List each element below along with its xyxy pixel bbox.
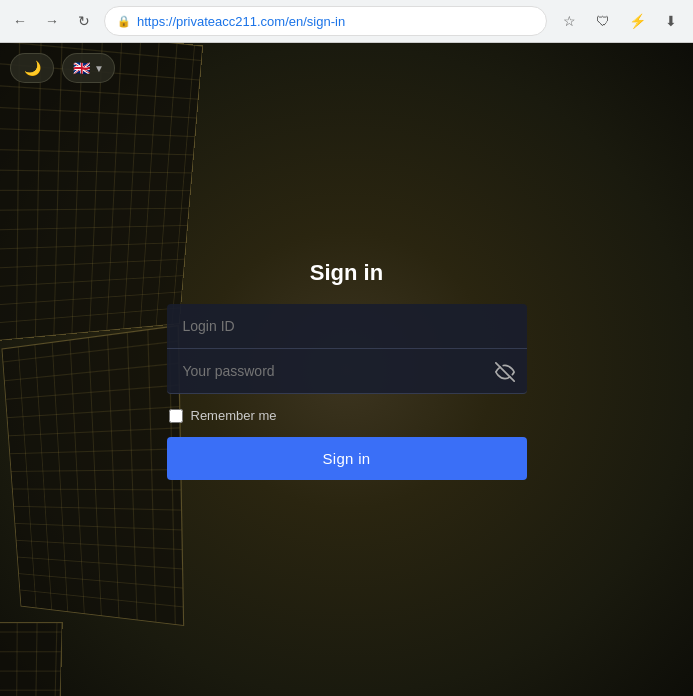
signin-title: Sign in	[310, 260, 383, 286]
signin-form: Remember me Sign in	[167, 304, 527, 480]
refresh-button[interactable]: ↻	[72, 9, 96, 33]
url-text: https://privateacc211.com/en/sign-in	[137, 14, 534, 29]
chevron-down-icon: ▼	[94, 63, 104, 74]
language-selector[interactable]: 🇬🇧 ▼	[62, 53, 115, 83]
building-top-right	[2, 325, 185, 626]
back-button[interactable]: ←	[8, 9, 32, 33]
browser-toolbar: ← → ↻ 🔒 https://privateacc211.com/en/sig…	[0, 0, 693, 42]
moon-icon: 🌙	[24, 60, 41, 76]
eye-slash-icon	[495, 362, 515, 382]
flag-icon: 🇬🇧	[73, 60, 90, 76]
bookmark-button[interactable]: ☆	[555, 7, 583, 35]
remember-me-row: Remember me	[167, 408, 527, 423]
page-content: 🌙 🇬🇧 ▼ Sign in	[0, 43, 693, 696]
lock-icon: 🔒	[117, 15, 131, 28]
signin-button[interactable]: Sign in	[167, 437, 527, 480]
browser-toolbar-icons: ☆ 🛡 ⚡ ⬇	[555, 7, 685, 35]
password-wrapper	[167, 349, 527, 394]
building-top-center	[0, 622, 63, 696]
forward-button[interactable]: →	[40, 9, 64, 33]
download-button[interactable]: ⬇	[657, 7, 685, 35]
dark-mode-toggle[interactable]: 🌙	[10, 53, 54, 83]
remember-me-checkbox[interactable]	[169, 409, 183, 423]
remember-me-label: Remember me	[191, 408, 277, 423]
browser-chrome: ← → ↻ 🔒 https://privateacc211.com/en/sig…	[0, 0, 693, 43]
password-toggle-button[interactable]	[495, 362, 515, 382]
extensions-button[interactable]: ⚡	[623, 7, 651, 35]
overlay-controls: 🌙 🇬🇧 ▼	[10, 53, 115, 83]
shield-button[interactable]: 🛡	[589, 7, 617, 35]
login-id-input[interactable]	[167, 304, 527, 349]
password-input[interactable]	[167, 349, 527, 394]
address-bar[interactable]: 🔒 https://privateacc211.com/en/sign-in	[104, 6, 547, 36]
signin-container: Sign in Remember me	[167, 260, 527, 480]
